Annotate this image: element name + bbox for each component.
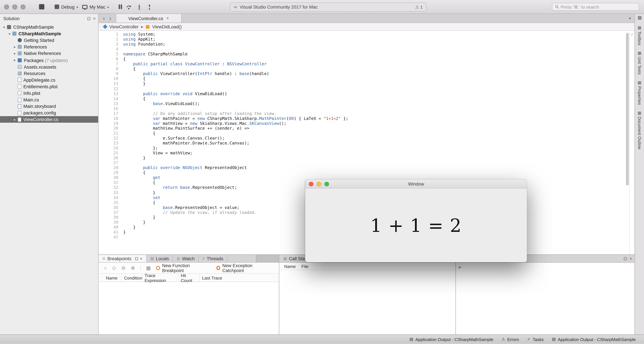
debug-config-selector[interactable]: Debug ▸ xyxy=(55,4,78,9)
tree-item-getting-started[interactable]: Getting Started xyxy=(0,37,98,43)
code-line[interactable]: }; xyxy=(123,146,626,151)
disclosure-triangle-icon[interactable]: ▸ xyxy=(12,118,17,121)
pause-button[interactable] xyxy=(119,4,122,9)
minimize-window-button[interactable] xyxy=(12,4,17,9)
code-line[interactable]: using Foundation; xyxy=(123,42,626,47)
disable-breakpoint-icon[interactable]: ⊘ xyxy=(121,266,126,271)
tree-item-appdelegate-cs[interactable]: AppDelegate.cs xyxy=(0,77,98,83)
code-line[interactable]: { xyxy=(123,131,626,136)
code-line[interactable]: base.ViewDidLoad(); xyxy=(123,101,626,106)
tree-item-viewcontroller-cs[interactable]: ▸ViewController.cs xyxy=(0,116,98,123)
run-target-selector[interactable]: My Mac ▸ xyxy=(82,4,109,9)
code-line[interactable]: } xyxy=(123,156,626,161)
tree-item-native-references[interactable]: ▸Native References xyxy=(0,50,98,57)
code-line[interactable]: public override NSObject RepresentedObje… xyxy=(123,166,626,171)
tab-breakpoints[interactable]: ⊙ Breakpoints × xyxy=(98,255,146,262)
code-line[interactable]: using System; xyxy=(123,32,626,37)
disclosure-triangle-icon[interactable]: ▾ xyxy=(2,25,6,29)
tree-item-packages-config[interactable]: packages.config xyxy=(0,110,98,116)
disclosure-triangle-icon[interactable]: ▾ xyxy=(7,32,12,35)
column-header[interactable]: Name xyxy=(104,274,122,282)
remove-breakpoint-icon[interactable]: ⊗ xyxy=(131,266,135,271)
call-stack-list-empty[interactable] xyxy=(279,270,456,335)
code-line[interactable]: public override void ViewDidLoad() xyxy=(123,91,626,96)
code-line[interactable]: using AppKit; xyxy=(123,37,626,42)
tree-item-csharpmathsample[interactable]: ▾CSharpMathSample xyxy=(0,24,98,30)
immediate-console[interactable]: > xyxy=(456,263,634,270)
breadcrumb-class[interactable]: ViewController xyxy=(109,24,139,29)
close-window-button[interactable] xyxy=(4,4,9,9)
close-window-button[interactable] xyxy=(309,182,313,186)
code-line[interactable]: var mathView = new SkiaSharp.Views.Mac.S… xyxy=(123,121,626,126)
tree-item-info-plist[interactable]: Info.plist xyxy=(0,90,98,96)
new-function-breakpoint-button[interactable]: New Function Breakpoint xyxy=(156,263,211,273)
column-header[interactable]: Trace Expression xyxy=(142,274,178,282)
code-line[interactable]: public partial class ViewController : NS… xyxy=(123,62,626,67)
tree-item-references[interactable]: ▸References xyxy=(0,43,98,50)
tab-toolbox[interactable]: Toolbox xyxy=(637,26,642,45)
breakpoints-list-empty[interactable] xyxy=(98,282,279,335)
tree-item-csharpmathsample[interactable]: ▾CSharpMathSample xyxy=(0,30,98,37)
code-line[interactable]: { xyxy=(123,67,626,71)
columns-icon[interactable]: ▦ xyxy=(146,266,151,271)
tab-list-dropdown[interactable]: ▾ xyxy=(625,14,634,22)
tab-document-outline[interactable]: Document Outline xyxy=(637,111,642,149)
new-exception-catchpoint-button[interactable]: New Exception Catchpoint xyxy=(216,263,274,273)
new-breakpoint-icon[interactable]: ○ xyxy=(104,266,107,271)
stop-button[interactable] xyxy=(39,4,44,9)
tasks-button[interactable]: ✓ Tasks xyxy=(527,337,544,342)
code-line[interactable] xyxy=(123,106,626,111)
close-icon[interactable]: × xyxy=(93,16,96,21)
column-header[interactable]: File xyxy=(302,264,314,269)
tree-item-packages[interactable]: ▸Packages(7 updates) xyxy=(0,57,98,63)
dock-pad-icon[interactable] xyxy=(624,257,626,260)
application-output-button[interactable]: ▤ Application Output - CSharpMathSample xyxy=(410,337,493,342)
navigate-forward-button[interactable]: › xyxy=(110,15,111,21)
application-output-button[interactable]: ▤ Application Output - CSharpMathSample xyxy=(552,337,636,342)
code-line[interactable]: mathView.PaintSurface += (sender, e) => xyxy=(123,126,626,131)
dock-pad-icon[interactable] xyxy=(87,17,90,20)
tree-item-main-storyboard[interactable]: Main.storyboard xyxy=(0,103,98,110)
code-line[interactable]: { xyxy=(123,96,626,101)
code-line[interactable]: { xyxy=(123,57,626,62)
tree-item-resources[interactable]: Resources xyxy=(0,70,98,77)
tree-item-assets-xcassets[interactable]: Assets.xcassets xyxy=(0,63,98,70)
column-header[interactable]: Condition xyxy=(122,274,142,282)
tree-item-entitlements-plist[interactable]: Entitlements.plist xyxy=(0,83,98,90)
splitter-handle[interactable] xyxy=(256,255,279,262)
step-over-button[interactable] xyxy=(126,3,132,10)
breadcrumb-method[interactable]: ViewDidLoad() xyxy=(152,24,182,29)
code-line[interactable]: { xyxy=(123,76,626,81)
close-icon[interactable]: × xyxy=(140,256,142,261)
code-line[interactable] xyxy=(123,86,626,91)
app-window-titlebar[interactable]: Window xyxy=(305,179,527,188)
dock-pad-icon[interactable] xyxy=(135,257,138,260)
pads-icon[interactable] xyxy=(638,16,641,20)
code-line[interactable] xyxy=(123,47,626,52)
errors-button[interactable]: ⚠ Errors xyxy=(502,337,519,342)
search-input[interactable] xyxy=(561,4,636,9)
warning-indicator[interactable]: ⚠ 1 xyxy=(415,4,422,9)
column-header[interactable]: Hit Count xyxy=(178,274,200,282)
step-into-button[interactable] xyxy=(136,3,142,10)
code-line[interactable]: { xyxy=(123,171,626,175)
tab-locals[interactable]: ▤ Locals xyxy=(147,255,173,262)
tab-properties[interactable]: Properties xyxy=(637,81,642,105)
column-header[interactable]: Name xyxy=(284,264,302,269)
editor-tab-viewcontroller[interactable]: ViewController.cs × xyxy=(116,14,182,22)
app-window[interactable]: Window 1 + 1 = 2 xyxy=(305,179,527,262)
gutter[interactable]: 1234567891011121314151617181920212223242… xyxy=(98,32,118,255)
code-line[interactable]: // Do any additional setup after loading… xyxy=(123,111,626,116)
close-tab-icon[interactable]: × xyxy=(166,16,169,20)
disclosure-triangle-icon[interactable]: ▸ xyxy=(12,52,17,55)
disclosure-triangle-icon[interactable]: ▸ xyxy=(12,45,17,49)
disclosure-triangle-icon[interactable]: ▸ xyxy=(12,58,17,62)
tab-watch[interactable]: ◎ Watch xyxy=(173,255,199,262)
code-line[interactable]: var mathPainter = new CSharpMath.SkiaSha… xyxy=(123,116,626,121)
code-line[interactable]: mathPainter.Draw(e.Surface.Canvas); xyxy=(123,141,626,146)
editor-scrollbar[interactable] xyxy=(626,32,629,255)
code-line[interactable]: } xyxy=(123,81,626,86)
code-line[interactable]: namespace CSharpMathSample xyxy=(123,52,626,57)
code-line[interactable]: e.Surface.Canvas.Clear(); xyxy=(123,136,626,141)
tab-unit-tests[interactable]: Unit Tests xyxy=(637,52,642,75)
